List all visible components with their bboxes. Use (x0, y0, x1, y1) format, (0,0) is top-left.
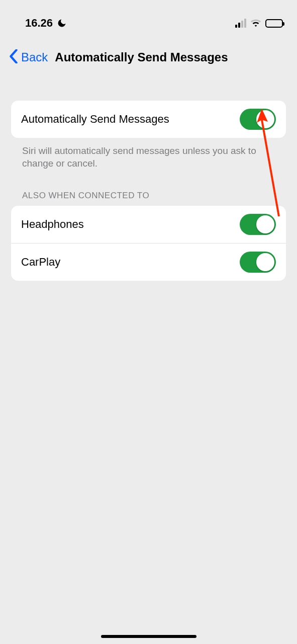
row-headphones: Headphones (11, 206, 286, 243)
cellular-signal-icon (235, 19, 246, 28)
page-title: Automatically Send Messages (55, 50, 228, 64)
status-left: 16.26 (25, 17, 67, 30)
do-not-disturb-icon (57, 18, 67, 28)
nav-header: Back Automatically Send Messages (0, 35, 297, 65)
group-footer-text: Siri will automatically send messages un… (11, 138, 286, 170)
row-auto-send: Automatically Send Messages (11, 101, 286, 138)
settings-group-connected: Headphones CarPlay (11, 206, 286, 281)
wifi-icon (250, 19, 261, 28)
home-indicator[interactable] (101, 635, 196, 638)
status-time: 16.26 (25, 17, 53, 30)
settings-group-main: Automatically Send Messages (11, 101, 286, 138)
toggle-auto-send[interactable] (240, 109, 276, 130)
row-label: CarPlay (21, 256, 60, 269)
row-label: Automatically Send Messages (21, 113, 169, 126)
battery-icon (265, 19, 283, 28)
status-right (235, 19, 283, 28)
row-carplay: CarPlay (11, 243, 286, 281)
row-label: Headphones (21, 218, 84, 231)
back-chevron-icon[interactable] (9, 49, 18, 65)
section-header: ALSO WHEN CONNECTED TO (11, 170, 286, 206)
toggle-headphones[interactable] (240, 214, 276, 235)
toggle-carplay[interactable] (240, 252, 276, 273)
status-bar: 16.26 (0, 0, 297, 35)
back-button[interactable]: Back (21, 50, 48, 64)
content: Automatically Send Messages Siri will au… (0, 101, 297, 281)
